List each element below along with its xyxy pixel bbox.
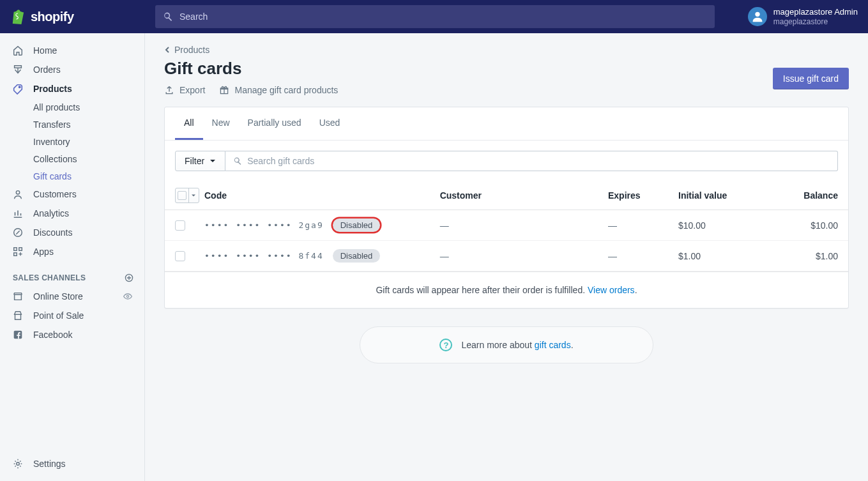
svg-rect-3 bbox=[14, 248, 17, 251]
col-initial: Initial value bbox=[678, 190, 768, 201]
gift-icon bbox=[219, 85, 229, 95]
chevron-left-icon bbox=[164, 46, 171, 54]
channel-online-store[interactable]: Online Store bbox=[0, 287, 144, 306]
svg-point-0 bbox=[19, 86, 20, 88]
sidebar-item-label: Products bbox=[33, 84, 72, 94]
sidebar-item-label: Analytics bbox=[33, 208, 69, 218]
filter-bar: Filter Search gift cards bbox=[165, 141, 848, 181]
user-store: mageplazastore bbox=[773, 17, 858, 26]
sidebar-item-apps[interactable]: Apps bbox=[0, 242, 144, 261]
global-search-wrap: Search bbox=[155, 5, 715, 28]
sidebar-sub-inventory[interactable]: Inventory bbox=[0, 133, 144, 150]
sidebar-item-label: Settings bbox=[33, 459, 66, 469]
cell-balance: $1.00 bbox=[768, 251, 838, 261]
table-row[interactable]: •••• •••• •••• 2ga9 Disabled — — $10.00 … bbox=[165, 210, 848, 241]
cell-initial: $1.00 bbox=[678, 251, 768, 261]
table-header: Code Customer Expires Initial value Bala… bbox=[165, 181, 848, 210]
channel-label: Facebook bbox=[33, 330, 72, 340]
caret-down-icon bbox=[209, 158, 216, 164]
search-icon bbox=[233, 157, 242, 165]
status-badge: Disabled bbox=[333, 218, 381, 232]
apps-icon bbox=[11, 245, 24, 258]
sidebar-sub-collections[interactable]: Collections bbox=[0, 150, 144, 167]
page-header: Gift cards Export Manage gift card produ… bbox=[164, 59, 849, 95]
gear-icon bbox=[11, 457, 24, 470]
search-placeholder: Search gift cards bbox=[247, 156, 314, 166]
table-footer: Gift cards will appear here after their … bbox=[165, 271, 848, 308]
search-placeholder: Search bbox=[179, 11, 208, 22]
filter-button[interactable]: Filter bbox=[175, 151, 225, 171]
shopify-bag-icon bbox=[10, 8, 26, 25]
sidebar-item-discounts[interactable]: Discounts bbox=[0, 223, 144, 242]
discounts-icon bbox=[11, 226, 24, 239]
cell-expires: — bbox=[608, 251, 678, 261]
brand-logo[interactable]: shopify bbox=[10, 8, 155, 25]
global-search[interactable]: Search bbox=[155, 5, 715, 28]
tab-partially-used[interactable]: Partially used bbox=[239, 107, 310, 140]
col-balance: Balance bbox=[768, 190, 838, 201]
sidebar-item-customers[interactable]: Customers bbox=[0, 185, 144, 204]
sidebar-sub-gift-cards[interactable]: Gift cards bbox=[0, 167, 144, 185]
products-icon bbox=[11, 82, 24, 95]
channel-facebook[interactable]: Facebook bbox=[0, 325, 144, 344]
eye-icon[interactable] bbox=[123, 291, 133, 302]
sidebar-item-label: Discounts bbox=[33, 227, 72, 238]
gift-card-code: •••• •••• •••• 8f44 bbox=[204, 251, 324, 261]
export-action[interactable]: Export bbox=[164, 85, 205, 95]
gift-card-code: •••• •••• •••• 2ga9 bbox=[204, 220, 324, 230]
tab-all[interactable]: All bbox=[175, 107, 203, 140]
orders-icon bbox=[11, 63, 24, 76]
breadcrumb-label: Products bbox=[174, 45, 209, 55]
tab-new[interactable]: New bbox=[203, 107, 239, 140]
breadcrumb[interactable]: Products bbox=[164, 45, 209, 55]
channel-point-of-sale[interactable]: Point of Sale bbox=[0, 306, 144, 325]
channel-label: Online Store bbox=[33, 291, 83, 302]
svg-rect-5 bbox=[14, 253, 17, 256]
user-menu[interactable]: mageplazastore Admin mageplazastore bbox=[738, 7, 858, 26]
sidebar-item-analytics[interactable]: Analytics bbox=[0, 204, 144, 223]
add-channel-icon[interactable] bbox=[124, 273, 134, 283]
facebook-icon bbox=[11, 328, 24, 341]
caret-down-icon bbox=[189, 194, 199, 197]
export-icon bbox=[164, 85, 174, 95]
search-icon bbox=[163, 11, 173, 22]
row-checkbox[interactable] bbox=[175, 220, 185, 231]
svg-rect-4 bbox=[19, 248, 22, 251]
analytics-icon bbox=[11, 207, 24, 220]
cell-customer: — bbox=[440, 251, 608, 261]
sidebar-item-settings[interactable]: Settings bbox=[0, 454, 144, 473]
manage-products-action[interactable]: Manage gift card products bbox=[219, 85, 338, 95]
store-icon bbox=[11, 290, 24, 303]
customers-icon bbox=[11, 188, 24, 201]
svg-point-1 bbox=[16, 191, 19, 194]
avatar bbox=[748, 7, 767, 26]
page-title: Gift cards bbox=[164, 59, 773, 79]
select-all-checkbox[interactable] bbox=[175, 188, 199, 203]
svg-point-9 bbox=[17, 462, 20, 466]
row-checkbox[interactable] bbox=[175, 251, 185, 261]
gift-cards-card: All New Partially used Used Filter Searc… bbox=[164, 107, 849, 309]
issue-gift-card-button[interactable]: Issue gift card bbox=[773, 68, 849, 89]
tab-used[interactable]: Used bbox=[310, 107, 349, 140]
sidebar-item-orders[interactable]: Orders bbox=[0, 60, 144, 79]
channel-label: Point of Sale bbox=[33, 310, 84, 321]
col-code: Code bbox=[204, 190, 440, 201]
sidebar-sub-transfers[interactable]: Transfers bbox=[0, 116, 144, 133]
top-bar: shopify Search mageplazastore Admin mage… bbox=[0, 0, 868, 33]
user-name: mageplazastore Admin bbox=[773, 7, 858, 17]
view-orders-link[interactable]: View orders bbox=[588, 285, 635, 295]
sidebar-sub-all-products[interactable]: All products bbox=[0, 98, 144, 116]
svg-point-7 bbox=[126, 295, 128, 297]
cell-expires: — bbox=[608, 220, 678, 231]
sidebar-item-home[interactable]: Home bbox=[0, 41, 144, 60]
sales-channels-header: SALES CHANNELS bbox=[0, 268, 144, 287]
sidebar-item-products[interactable]: Products bbox=[0, 79, 144, 98]
tabs: All New Partially used Used bbox=[165, 107, 848, 141]
cell-customer: — bbox=[440, 220, 608, 231]
brand-name: shopify bbox=[31, 10, 74, 24]
table-row[interactable]: •••• •••• •••• 8f44 Disabled — — $1.00 $… bbox=[165, 241, 848, 271]
gift-cards-link[interactable]: gift cards bbox=[535, 340, 571, 350]
cell-balance: $10.00 bbox=[768, 220, 838, 231]
search-gift-cards[interactable]: Search gift cards bbox=[225, 151, 838, 171]
sidebar-item-label: Home bbox=[33, 45, 57, 56]
